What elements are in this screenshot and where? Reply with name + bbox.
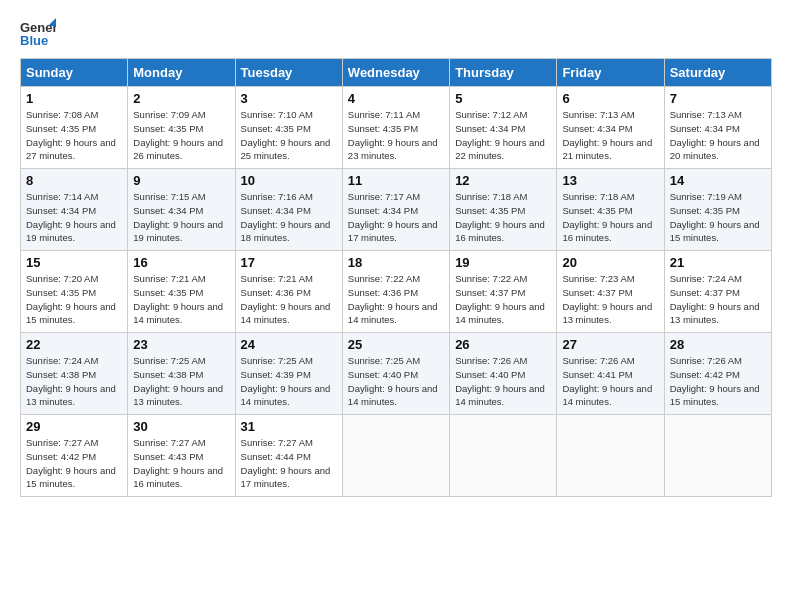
day-number: 7 — [670, 91, 766, 106]
page: General Blue SundayMondayTuesdayWednesda… — [0, 0, 792, 612]
day-cell-31: 31Sunrise: 7:27 AMSunset: 4:44 PMDayligh… — [235, 415, 342, 497]
day-cell-12: 12Sunrise: 7:18 AMSunset: 4:35 PMDayligh… — [450, 169, 557, 251]
day-cell-15: 15Sunrise: 7:20 AMSunset: 4:35 PMDayligh… — [21, 251, 128, 333]
day-cell-5: 5Sunrise: 7:12 AMSunset: 4:34 PMDaylight… — [450, 87, 557, 169]
day-cell-6: 6Sunrise: 7:13 AMSunset: 4:34 PMDaylight… — [557, 87, 664, 169]
day-number: 13 — [562, 173, 658, 188]
empty-cell — [450, 415, 557, 497]
day-detail: Sunrise: 7:18 AMSunset: 4:35 PMDaylight:… — [455, 190, 551, 245]
day-number: 17 — [241, 255, 337, 270]
day-detail: Sunrise: 7:27 AMSunset: 4:43 PMDaylight:… — [133, 436, 229, 491]
day-number: 8 — [26, 173, 122, 188]
day-number: 18 — [348, 255, 444, 270]
day-number: 24 — [241, 337, 337, 352]
day-cell-13: 13Sunrise: 7:18 AMSunset: 4:35 PMDayligh… — [557, 169, 664, 251]
day-detail: Sunrise: 7:12 AMSunset: 4:34 PMDaylight:… — [455, 108, 551, 163]
svg-text:Blue: Blue — [20, 33, 48, 48]
day-number: 31 — [241, 419, 337, 434]
day-detail: Sunrise: 7:26 AMSunset: 4:40 PMDaylight:… — [455, 354, 551, 409]
day-cell-8: 8Sunrise: 7:14 AMSunset: 4:34 PMDaylight… — [21, 169, 128, 251]
day-number: 10 — [241, 173, 337, 188]
day-detail: Sunrise: 7:27 AMSunset: 4:42 PMDaylight:… — [26, 436, 122, 491]
day-detail: Sunrise: 7:25 AMSunset: 4:38 PMDaylight:… — [133, 354, 229, 409]
day-cell-3: 3Sunrise: 7:10 AMSunset: 4:35 PMDaylight… — [235, 87, 342, 169]
col-header-thursday: Thursday — [450, 59, 557, 87]
day-number: 16 — [133, 255, 229, 270]
day-detail: Sunrise: 7:19 AMSunset: 4:35 PMDaylight:… — [670, 190, 766, 245]
logo: General Blue — [20, 18, 56, 48]
col-header-friday: Friday — [557, 59, 664, 87]
day-cell-23: 23Sunrise: 7:25 AMSunset: 4:38 PMDayligh… — [128, 333, 235, 415]
col-header-monday: Monday — [128, 59, 235, 87]
day-detail: Sunrise: 7:21 AMSunset: 4:35 PMDaylight:… — [133, 272, 229, 327]
day-detail: Sunrise: 7:23 AMSunset: 4:37 PMDaylight:… — [562, 272, 658, 327]
day-number: 6 — [562, 91, 658, 106]
day-cell-29: 29Sunrise: 7:27 AMSunset: 4:42 PMDayligh… — [21, 415, 128, 497]
day-number: 3 — [241, 91, 337, 106]
day-number: 30 — [133, 419, 229, 434]
day-detail: Sunrise: 7:15 AMSunset: 4:34 PMDaylight:… — [133, 190, 229, 245]
day-detail: Sunrise: 7:10 AMSunset: 4:35 PMDaylight:… — [241, 108, 337, 163]
day-number: 15 — [26, 255, 122, 270]
day-cell-4: 4Sunrise: 7:11 AMSunset: 4:35 PMDaylight… — [342, 87, 449, 169]
day-detail: Sunrise: 7:20 AMSunset: 4:35 PMDaylight:… — [26, 272, 122, 327]
empty-cell — [557, 415, 664, 497]
day-number: 28 — [670, 337, 766, 352]
day-number: 29 — [26, 419, 122, 434]
day-number: 5 — [455, 91, 551, 106]
day-detail: Sunrise: 7:26 AMSunset: 4:42 PMDaylight:… — [670, 354, 766, 409]
day-cell-28: 28Sunrise: 7:26 AMSunset: 4:42 PMDayligh… — [664, 333, 771, 415]
col-header-saturday: Saturday — [664, 59, 771, 87]
week-row-1: 1Sunrise: 7:08 AMSunset: 4:35 PMDaylight… — [21, 87, 772, 169]
day-number: 19 — [455, 255, 551, 270]
day-cell-21: 21Sunrise: 7:24 AMSunset: 4:37 PMDayligh… — [664, 251, 771, 333]
day-detail: Sunrise: 7:18 AMSunset: 4:35 PMDaylight:… — [562, 190, 658, 245]
day-number: 21 — [670, 255, 766, 270]
day-number: 14 — [670, 173, 766, 188]
calendar-table: SundayMondayTuesdayWednesdayThursdayFrid… — [20, 58, 772, 497]
day-detail: Sunrise: 7:16 AMSunset: 4:34 PMDaylight:… — [241, 190, 337, 245]
day-cell-7: 7Sunrise: 7:13 AMSunset: 4:34 PMDaylight… — [664, 87, 771, 169]
day-number: 25 — [348, 337, 444, 352]
day-number: 11 — [348, 173, 444, 188]
day-cell-10: 10Sunrise: 7:16 AMSunset: 4:34 PMDayligh… — [235, 169, 342, 251]
day-cell-26: 26Sunrise: 7:26 AMSunset: 4:40 PMDayligh… — [450, 333, 557, 415]
day-number: 22 — [26, 337, 122, 352]
logo-icon: General Blue — [20, 18, 56, 48]
week-row-4: 22Sunrise: 7:24 AMSunset: 4:38 PMDayligh… — [21, 333, 772, 415]
day-cell-22: 22Sunrise: 7:24 AMSunset: 4:38 PMDayligh… — [21, 333, 128, 415]
day-detail: Sunrise: 7:24 AMSunset: 4:37 PMDaylight:… — [670, 272, 766, 327]
day-cell-20: 20Sunrise: 7:23 AMSunset: 4:37 PMDayligh… — [557, 251, 664, 333]
col-header-tuesday: Tuesday — [235, 59, 342, 87]
day-detail: Sunrise: 7:17 AMSunset: 4:34 PMDaylight:… — [348, 190, 444, 245]
day-detail: Sunrise: 7:25 AMSunset: 4:39 PMDaylight:… — [241, 354, 337, 409]
day-cell-27: 27Sunrise: 7:26 AMSunset: 4:41 PMDayligh… — [557, 333, 664, 415]
day-number: 1 — [26, 91, 122, 106]
week-row-2: 8Sunrise: 7:14 AMSunset: 4:34 PMDaylight… — [21, 169, 772, 251]
header-row: SundayMondayTuesdayWednesdayThursdayFrid… — [21, 59, 772, 87]
day-detail: Sunrise: 7:25 AMSunset: 4:40 PMDaylight:… — [348, 354, 444, 409]
day-cell-17: 17Sunrise: 7:21 AMSunset: 4:36 PMDayligh… — [235, 251, 342, 333]
empty-cell — [342, 415, 449, 497]
day-detail: Sunrise: 7:11 AMSunset: 4:35 PMDaylight:… — [348, 108, 444, 163]
day-number: 9 — [133, 173, 229, 188]
day-cell-9: 9Sunrise: 7:15 AMSunset: 4:34 PMDaylight… — [128, 169, 235, 251]
day-detail: Sunrise: 7:13 AMSunset: 4:34 PMDaylight:… — [670, 108, 766, 163]
col-header-wednesday: Wednesday — [342, 59, 449, 87]
day-cell-18: 18Sunrise: 7:22 AMSunset: 4:36 PMDayligh… — [342, 251, 449, 333]
day-detail: Sunrise: 7:27 AMSunset: 4:44 PMDaylight:… — [241, 436, 337, 491]
day-cell-1: 1Sunrise: 7:08 AMSunset: 4:35 PMDaylight… — [21, 87, 128, 169]
day-cell-2: 2Sunrise: 7:09 AMSunset: 4:35 PMDaylight… — [128, 87, 235, 169]
day-detail: Sunrise: 7:26 AMSunset: 4:41 PMDaylight:… — [562, 354, 658, 409]
day-detail: Sunrise: 7:24 AMSunset: 4:38 PMDaylight:… — [26, 354, 122, 409]
day-detail: Sunrise: 7:14 AMSunset: 4:34 PMDaylight:… — [26, 190, 122, 245]
day-cell-11: 11Sunrise: 7:17 AMSunset: 4:34 PMDayligh… — [342, 169, 449, 251]
day-number: 23 — [133, 337, 229, 352]
day-cell-30: 30Sunrise: 7:27 AMSunset: 4:43 PMDayligh… — [128, 415, 235, 497]
day-cell-14: 14Sunrise: 7:19 AMSunset: 4:35 PMDayligh… — [664, 169, 771, 251]
day-detail: Sunrise: 7:21 AMSunset: 4:36 PMDaylight:… — [241, 272, 337, 327]
day-detail: Sunrise: 7:13 AMSunset: 4:34 PMDaylight:… — [562, 108, 658, 163]
day-number: 4 — [348, 91, 444, 106]
empty-cell — [664, 415, 771, 497]
day-number: 26 — [455, 337, 551, 352]
